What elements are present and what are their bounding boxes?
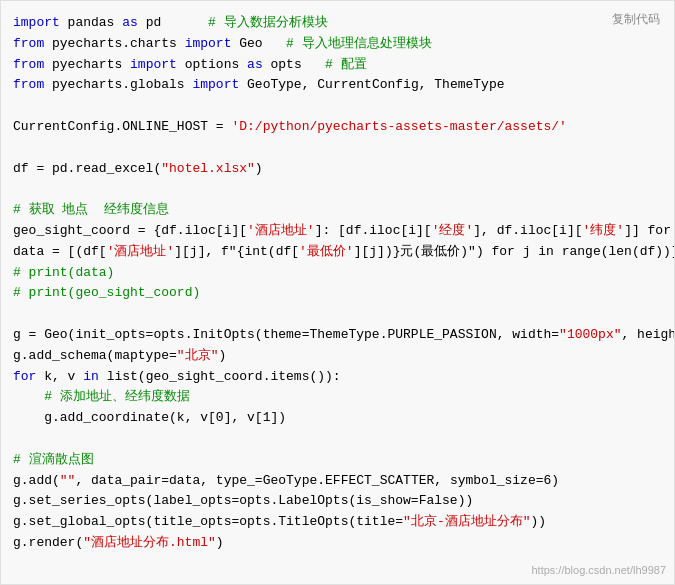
code-line: from pyecharts import options as opts # … [13,55,662,76]
code-line: g.set_series_opts(label_opts=opts.LabelO… [13,491,662,512]
copy-button[interactable]: 复制代码 [606,9,666,30]
code-line [13,304,662,325]
code-line [13,96,662,117]
code-line [13,429,662,450]
watermark: https://blog.csdn.net/lh9987 [531,564,666,576]
code-line [13,179,662,200]
code-line: data = [(df['酒店地址'][j], f"{int(df['最低价']… [13,242,662,263]
code-line: # 添加地址、经纬度数据 [13,387,662,408]
code-line: geo_sight_coord = {df.iloc[i]['酒店地址']: [… [13,221,662,242]
code-line: # print(geo_sight_coord) [13,283,662,304]
code-line: # 获取 地点 经纬度信息 [13,200,662,221]
code-line: g.add_schema(maptype="北京") [13,346,662,367]
code-block: import pandas as pd # 导入数据分析模块from pyech… [1,1,674,566]
code-line: for k, v in list(geo_sight_coord.items()… [13,367,662,388]
code-line: g.render("酒店地址分布.html") [13,533,662,554]
code-line: df = pd.read_excel("hotel.xlsx") [13,159,662,180]
code-line: g.add_coordinate(k, v[0], v[1]) [13,408,662,429]
code-line: g.set_global_opts(title_opts=opts.TitleO… [13,512,662,533]
code-line: import pandas as pd # 导入数据分析模块 [13,13,662,34]
code-line: CurrentConfig.ONLINE_HOST = 'D:/python/p… [13,117,662,138]
code-line [13,138,662,159]
code-line: from pyecharts.globals import GeoType, C… [13,75,662,96]
code-line: # print(data) [13,263,662,284]
code-line: g = Geo(init_opts=opts.InitOpts(theme=Th… [13,325,662,346]
code-line: g.add("", data_pair=data, type_=GeoType.… [13,471,662,492]
code-line: from pyecharts.charts import Geo # 导入地理信… [13,34,662,55]
code-line: # 渲滴散点图 [13,450,662,471]
code-container: 复制代码 import pandas as pd # 导入数据分析模块from … [0,0,675,585]
